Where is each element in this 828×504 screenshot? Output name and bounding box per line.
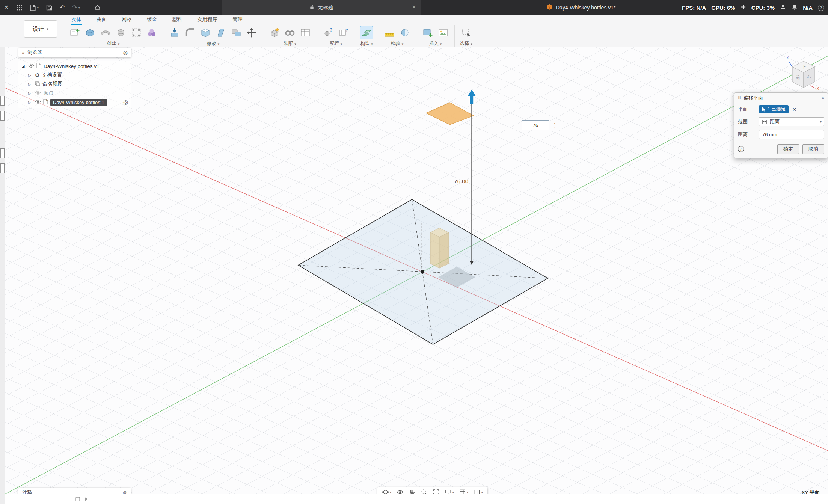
select-menu[interactable]: 选择▾ — [460, 41, 472, 47]
collapsed-icon[interactable]: ▷ — [28, 100, 33, 104]
browser-row-named-views[interactable]: ▷ 命名视图 — [18, 80, 131, 89]
component-body[interactable] — [430, 228, 449, 268]
configure-icon[interactable]: ? — [322, 26, 335, 39]
browser-header[interactable]: « 浏览器 ◎ — [18, 48, 131, 57]
tab-surface[interactable]: 曲面 — [96, 15, 107, 25]
sweep-icon[interactable] — [99, 26, 112, 39]
browser-row-component[interactable]: ▷ Day4-Whiskey bottles:1 ◎ — [18, 98, 131, 107]
data-panel-icon[interactable] — [16, 5, 23, 11]
info-icon[interactable]: i — [738, 146, 744, 152]
canvas-image-icon[interactable] — [437, 26, 449, 39]
tab-utilities[interactable]: 实用程序 — [196, 15, 218, 25]
construct-menu[interactable]: 构造▾ — [360, 41, 373, 47]
tab-solid[interactable]: 实体 — [71, 15, 82, 25]
input-grip-icon[interactable]: ⋮ — [552, 122, 558, 128]
drag-grip-icon[interactable]: ⠿ — [738, 95, 741, 100]
offset-distance-input[interactable] — [522, 120, 549, 130]
document-tab[interactable]: 无标题 ✕ — [222, 0, 421, 15]
home-icon[interactable] — [94, 5, 101, 11]
save-icon[interactable] — [46, 5, 52, 11]
visibility-eye-icon[interactable] — [35, 100, 41, 105]
section-analysis-icon[interactable] — [398, 26, 411, 39]
form-icon[interactable] — [145, 26, 158, 39]
undo-icon[interactable]: ↶ — [60, 5, 65, 11]
pattern-icon[interactable] — [130, 26, 143, 39]
revolve-icon[interactable] — [115, 26, 127, 39]
tab-close-icon[interactable]: ✕ — [412, 4, 416, 10]
insert-mesh-icon[interactable] — [421, 26, 434, 39]
origin-point[interactable] — [421, 270, 424, 274]
cancel-button[interactable]: 取消 — [802, 144, 824, 154]
notifications-bell-icon[interactable] — [792, 4, 798, 11]
browser-row-origin[interactable]: ▷ 原点 — [18, 89, 131, 98]
file-menu-icon[interactable]: ▾ — [30, 5, 39, 11]
tab-mesh[interactable]: 网格 — [121, 15, 133, 25]
group-insert: 插入▾ — [421, 25, 449, 47]
tab-sheet-metal[interactable]: 钣金 — [146, 15, 158, 25]
extensions-plus-icon[interactable] — [741, 4, 746, 11]
offset-plane-icon[interactable] — [360, 26, 373, 39]
offset-plane-preview[interactable] — [426, 103, 474, 125]
distance-input[interactable]: 76 mm — [759, 130, 824, 139]
browser-root-row[interactable]: ◢ Day4-Whiskey bottles v1 — [18, 62, 131, 71]
press-pull-icon[interactable] — [168, 26, 181, 39]
offset-drag-arrow[interactable] — [467, 89, 476, 104]
bom-table-icon[interactable] — [299, 26, 312, 39]
collapsed-icon[interactable]: ▷ — [28, 73, 33, 77]
close-icon[interactable]: ✕ — [4, 5, 9, 11]
x-axis-hint — [810, 86, 816, 88]
3d-viewport[interactable]: 76.00 — [0, 47, 828, 494]
clear-selection-icon[interactable]: ✕ — [792, 107, 796, 112]
move-icon[interactable] — [245, 26, 258, 39]
select-icon[interactable] — [460, 26, 472, 39]
activate-component-radio[interactable]: ◎ — [123, 99, 128, 106]
new-component-icon[interactable] — [268, 26, 281, 39]
viewcube-right-label: 右 — [807, 74, 811, 79]
distance-row: 距离 76 mm — [734, 128, 828, 141]
visibility-eye-off-icon[interactable] — [35, 91, 41, 96]
group-select: 选择▾ — [460, 25, 472, 47]
plane-selection-chip[interactable]: 1 已选定 — [759, 105, 789, 113]
configure-menu[interactable]: 配置▾ — [330, 41, 342, 47]
shell-icon[interactable] — [199, 26, 212, 39]
viewcube[interactable]: Z 上 前 右 X — [780, 51, 825, 96]
joint-icon[interactable] — [284, 26, 296, 39]
selected-component-name[interactable]: Day4-Whiskey bottles:1 — [50, 99, 107, 106]
dialog-title-bar[interactable]: ⠿ 偏移平面 » — [734, 93, 828, 103]
tab-manage[interactable]: 管理 — [232, 15, 243, 25]
insert-menu[interactable]: 插入▾ — [429, 41, 442, 47]
tab-plastic[interactable]: 塑料 — [171, 15, 183, 25]
distance-extent-icon — [762, 119, 768, 124]
expand-dialog-icon[interactable]: » — [822, 95, 824, 101]
timeline-bar[interactable] — [0, 494, 828, 504]
create-menu[interactable]: 创建▾ — [107, 41, 120, 47]
extrude-icon[interactable] — [84, 26, 97, 39]
visibility-eye-icon[interactable] — [28, 63, 34, 69]
assemble-menu[interactable]: 装配▾ — [284, 41, 296, 47]
avatar-icon[interactable] — [780, 4, 786, 11]
panel-target-icon[interactable]: ◎ — [123, 50, 128, 56]
configuration-table-icon[interactable]: ? — [337, 26, 350, 39]
caret-down-icon: ▾ — [37, 6, 39, 9]
inspect-menu[interactable]: 检验▾ — [391, 41, 404, 47]
redo-icon[interactable]: ↷▾ — [72, 5, 80, 11]
workspace-selector[interactable]: 设计 ▾ — [24, 20, 57, 38]
modify-menu[interactable]: 修改▾ — [207, 41, 220, 47]
combine-icon[interactable] — [230, 26, 243, 39]
extent-type-dropdown[interactable]: 距离 ▾ — [759, 117, 824, 126]
collapsed-icon[interactable]: ▷ — [28, 82, 33, 86]
draft-icon[interactable] — [214, 26, 227, 39]
title-bar: ✕ ▾ ↶ ↷▾ 无标题 ✕ Day4-Whiskey bottles v1* … — [0, 0, 828, 15]
collapse-panel-icon[interactable]: « — [22, 50, 24, 56]
measure-icon[interactable] — [383, 26, 396, 39]
fillet-icon[interactable] — [184, 26, 196, 39]
collapsed-icon[interactable]: ▷ — [28, 91, 33, 95]
create-sketch-icon[interactable] — [68, 26, 81, 39]
browser-row-document-settings[interactable]: ▷ ⚙ 文档设置 — [18, 71, 131, 80]
timeline-play-icon[interactable] — [84, 497, 89, 501]
help-icon[interactable]: ? — [818, 5, 824, 11]
expand-icon[interactable]: ◢ — [21, 64, 26, 69]
timeline-marker-icon[interactable] — [75, 496, 80, 502]
ok-button[interactable]: 确定 — [777, 144, 799, 154]
browser-title: 浏览器 — [27, 49, 42, 56]
